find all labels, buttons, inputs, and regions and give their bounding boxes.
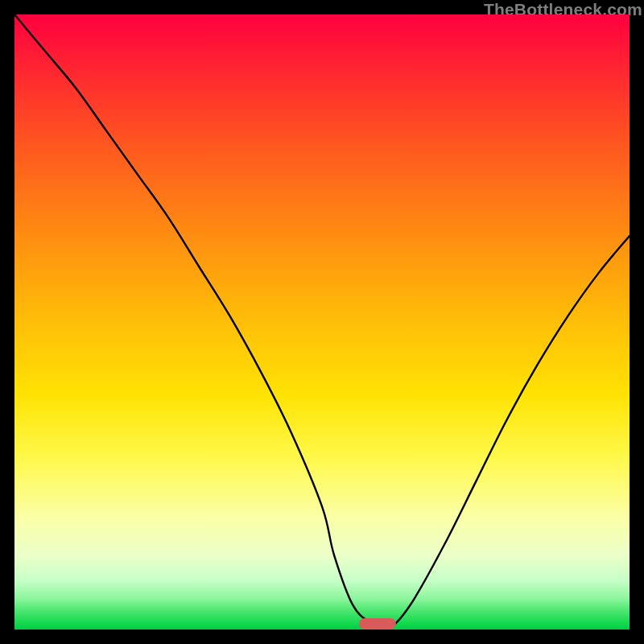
- chart-stage: TheBottleneck.com: [0, 0, 644, 644]
- plot-area: [14, 14, 630, 630]
- bottleneck-curve: [14, 14, 630, 630]
- optimum-marker: [359, 618, 396, 630]
